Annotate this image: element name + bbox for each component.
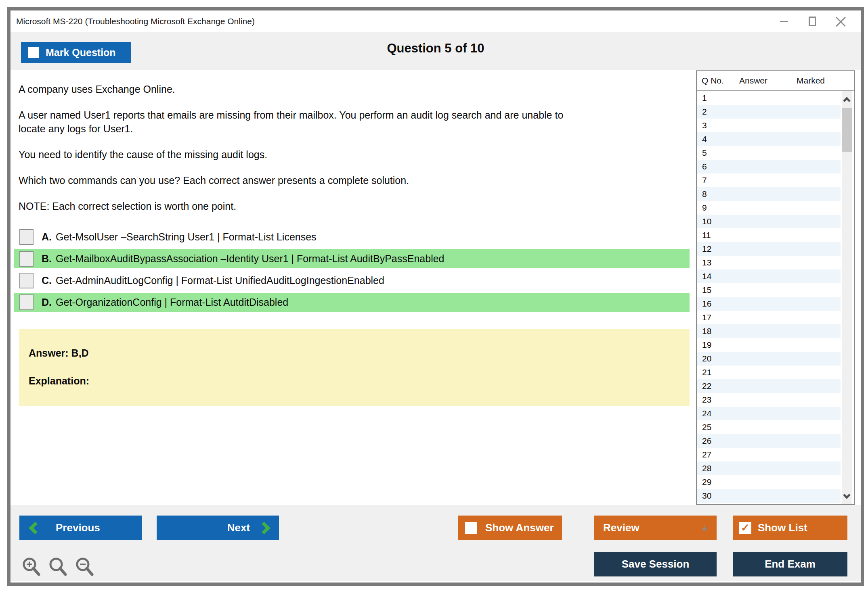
answer-option-b[interactable]: B.Get-MailboxAuditBypassAssociation –Ide…	[14, 249, 690, 268]
next-label: Next	[227, 522, 250, 534]
question-list-row[interactable]: 17	[697, 311, 841, 324]
scroll-up-button[interactable]	[842, 92, 852, 106]
option-checkbox[interactable]	[19, 251, 34, 267]
question-list-header: Q No. Answer Marked	[697, 71, 854, 91]
show-answer-label: Show Answer	[485, 522, 554, 534]
question-list-row[interactable]: 11	[697, 228, 841, 242]
question-list-row[interactable]: 22	[697, 379, 841, 393]
answer-options: A.Get-MsolUser –SearchString User1 | For…	[10, 228, 696, 312]
question-paragraph: Which two commands can you use? Each cor…	[19, 173, 684, 187]
chevron-left-icon	[29, 522, 41, 534]
question-list-row[interactable]: 4	[697, 132, 841, 146]
answer-option-d[interactable]: D.Get-OrganizationConfig | Format-List A…	[14, 293, 690, 312]
scroll-down-button[interactable]	[842, 489, 852, 503]
minimize-icon	[780, 21, 788, 22]
column-header-answer: Answer	[739, 76, 797, 86]
footer-bar: Previous Next Show	[10, 505, 861, 581]
previous-button[interactable]: Previous	[19, 516, 142, 540]
column-header-qno: Q No.	[697, 76, 739, 86]
column-header-marked: Marked	[797, 76, 854, 86]
question-list-row[interactable]: 24	[697, 407, 841, 420]
show-answer-button[interactable]: Show Answer	[458, 516, 562, 540]
question-list-row[interactable]: 12	[697, 242, 841, 256]
question-list-row[interactable]: 14	[697, 269, 841, 283]
question-paragraph: A user named User1 reports that emails a…	[19, 108, 684, 136]
question-list-row[interactable]: 29	[697, 475, 841, 489]
question-list-row[interactable]: 13	[697, 256, 841, 269]
question-paragraph: You need to identify the cause of the mi…	[19, 148, 684, 161]
option-checkbox[interactable]	[19, 229, 34, 245]
close-icon	[835, 16, 846, 27]
chevron-up-icon	[843, 97, 850, 104]
option-text: Get-MsolUser –SearchString User1 | Forma…	[56, 231, 317, 243]
question-list-row[interactable]: 28	[697, 461, 841, 475]
answer-text: Answer: B,D	[29, 347, 690, 359]
question-list-row[interactable]: 26	[697, 434, 841, 448]
show-list-checkbox[interactable]: ✓	[739, 522, 751, 534]
maximize-button[interactable]	[803, 13, 821, 29]
option-text: Get-AdminAuditLogConfig | Format-List Un…	[56, 275, 384, 286]
app-window: Microsoft MS-220 (Troubleshooting Micros…	[7, 7, 864, 586]
end-exam-label: End Exam	[765, 558, 816, 570]
question-list-row[interactable]: 27	[697, 448, 841, 461]
option-checkbox[interactable]	[19, 294, 34, 310]
option-letter: D.	[42, 296, 52, 308]
question-list-row[interactable]: 5	[697, 146, 841, 160]
option-text: Get-MailboxAuditBypassAssociation –Ident…	[56, 253, 444, 265]
question-list-row[interactable]: 8	[697, 187, 841, 201]
window-controls	[775, 13, 861, 29]
question-counter: Question 5 of 10	[10, 41, 861, 56]
close-button[interactable]	[832, 13, 849, 29]
end-exam-button[interactable]: End Exam	[733, 552, 847, 576]
question-list-row[interactable]: 2	[697, 105, 841, 119]
answer-box: Answer: B,D Explanation:	[19, 329, 690, 406]
question-text: A company uses Exchange Online.A user na…	[10, 82, 696, 213]
question-list-row[interactable]: 18	[697, 324, 841, 338]
question-list-row[interactable]: 30	[697, 489, 841, 503]
zoom-controls	[21, 556, 95, 578]
show-list-button[interactable]: ✓ Show List	[733, 516, 847, 540]
save-session-label: Save Session	[622, 558, 690, 570]
question-list-row[interactable]: 25	[697, 420, 841, 434]
maximize-icon	[809, 17, 816, 26]
minimize-button[interactable]	[775, 13, 793, 29]
show-list-label: Show List	[758, 522, 807, 534]
save-session-button[interactable]: Save Session	[594, 552, 717, 576]
chevron-right-icon	[258, 522, 270, 534]
question-list-row[interactable]: 15	[697, 283, 841, 297]
question-list-row[interactable]: 3	[697, 119, 841, 132]
question-list-row[interactable]: 19	[697, 338, 841, 352]
previous-label: Previous	[56, 522, 100, 534]
review-button[interactable]: Review ▲	[594, 516, 717, 540]
caret-up-icon: ▲	[700, 523, 717, 532]
sidebar-scrollbar[interactable]	[842, 91, 852, 504]
scrollbar-thumb[interactable]	[842, 108, 852, 152]
question-list-row[interactable]: 1	[697, 91, 841, 105]
next-button[interactable]: Next	[157, 516, 279, 540]
main-area: A company uses Exchange Online.A user na…	[10, 70, 861, 505]
question-list-row[interactable]: 23	[697, 393, 841, 407]
option-checkbox[interactable]	[19, 273, 34, 288]
zoom-out-icon[interactable]	[74, 556, 95, 578]
question-list-row[interactable]: 16	[697, 297, 841, 311]
question-list-row[interactable]: 7	[697, 173, 841, 187]
zoom-in-icon[interactable]	[21, 556, 42, 578]
question-list-panel: Q No. Answer Marked 12345678910111213141…	[696, 70, 855, 505]
question-panel: A company uses Exchange Online.A user na…	[10, 70, 696, 505]
question-list-row[interactable]: 9	[697, 201, 841, 215]
header-bar: Mark Question Question 5 of 10	[10, 32, 861, 70]
explanation-text: Explanation:	[29, 375, 690, 387]
show-answer-checkbox[interactable]	[465, 522, 477, 534]
question-list-row[interactable]: 6	[697, 160, 841, 173]
question-list-row[interactable]: 10	[697, 215, 841, 228]
zoom-reset-icon[interactable]	[48, 556, 69, 578]
option-letter: B.	[42, 253, 52, 265]
question-list-body: 1234567891011121314151617181920212223242…	[697, 91, 854, 504]
answer-option-c[interactable]: C.Get-AdminAuditLogConfig | Format-List …	[14, 271, 690, 290]
option-text: Get-OrganizationConfig | Format-List Aut…	[56, 296, 288, 308]
question-list-row[interactable]: 20	[697, 352, 841, 365]
answer-option-a[interactable]: A.Get-MsolUser –SearchString User1 | For…	[14, 228, 690, 246]
window-title: Microsoft MS-220 (Troubleshooting Micros…	[10, 17, 255, 26]
question-list-row[interactable]: 21	[697, 365, 841, 379]
question-paragraph: NOTE: Each correct selection is worth on…	[19, 199, 684, 213]
